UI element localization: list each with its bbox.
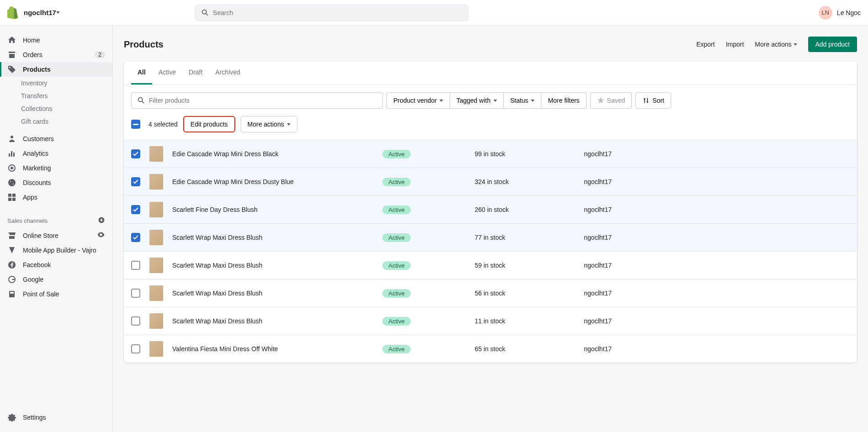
sidebar-item-home[interactable]: Home — [0, 33, 112, 47]
caret-down-icon — [439, 100, 443, 102]
eye-icon[interactable] — [97, 231, 105, 240]
table-row[interactable]: Edie Cascade Wrap Mini Dress BlackActive… — [124, 140, 857, 168]
products-icon — [7, 65, 16, 74]
row-checkbox[interactable] — [131, 233, 140, 242]
sidebar-item-label: Discounts — [23, 179, 51, 186]
edit-products-button[interactable]: Edit products — [183, 116, 235, 132]
svg-point-0 — [11, 136, 13, 138]
sidebar-item-discounts[interactable]: Discounts — [0, 175, 112, 190]
filter-status[interactable]: Status — [503, 92, 541, 109]
product-thumbnail — [149, 313, 163, 329]
facebook-icon — [7, 260, 16, 269]
table-row[interactable]: Scarlett Fine Day Dress BlushActive260 i… — [124, 195, 857, 223]
search-icon — [137, 96, 145, 105]
sidebar-sub-inventory[interactable]: Inventory — [0, 77, 112, 90]
tab-all[interactable]: All — [131, 61, 152, 84]
orders-badge: 2 — [95, 51, 105, 58]
sidebar-item-marketing[interactable]: Marketing — [0, 161, 112, 175]
row-checkbox[interactable] — [131, 289, 140, 298]
row-checkbox[interactable] — [131, 205, 140, 214]
store-selector[interactable]: ngoclht17 — [24, 9, 60, 16]
filter-products-input[interactable] — [149, 97, 377, 104]
table-row[interactable]: Edie Cascade Wrap Mini Dress Dusty BlueA… — [124, 168, 857, 195]
sidebar-item-settings[interactable]: Settings — [0, 410, 112, 425]
product-name[interactable]: Scarlett Fine Day Dress Blush — [172, 206, 373, 213]
sidebar-channel-vajro[interactable]: Mobile App Builder - Vajro — [0, 243, 112, 258]
store-icon — [7, 231, 16, 240]
sidebar-channel-google[interactable]: Google — [0, 272, 112, 287]
row-checkbox[interactable] — [131, 316, 140, 326]
sidebar-item-label: Home — [23, 37, 40, 44]
table-row[interactable]: Scarlett Wrap Maxi Dress BlushActive56 i… — [124, 279, 857, 307]
bulk-select-checkbox[interactable] — [131, 120, 140, 129]
svg-point-1 — [11, 167, 13, 169]
saved-button[interactable]: Saved — [590, 92, 632, 109]
product-name[interactable]: Edie Cascade Wrap Mini Dress Dusty Blue — [172, 178, 373, 185]
vendor-cell: ngoclht17 — [557, 317, 648, 325]
filter-vendor[interactable]: Product vendor — [386, 92, 450, 109]
tab-active[interactable]: Active — [152, 61, 182, 84]
tab-archived[interactable]: Archived — [209, 61, 246, 84]
filters-row: Product vendor Tagged with Status More f… — [124, 85, 857, 116]
row-checkbox[interactable] — [131, 261, 140, 270]
row-checkbox[interactable] — [131, 149, 140, 158]
row-checkbox[interactable] — [131, 177, 140, 186]
filter-tagged[interactable]: Tagged with — [450, 92, 503, 109]
table-row[interactable]: Valentina Fiesta Mini Dress Off WhiteAct… — [124, 335, 857, 363]
sidebar-item-label: Point of Sale — [23, 290, 59, 298]
product-thumbnail — [149, 341, 163, 357]
sidebar-item-customers[interactable]: Customers — [0, 132, 112, 146]
sidebar-item-analytics[interactable]: Analytics — [0, 146, 112, 161]
shopify-logo — [7, 6, 18, 19]
sidebar-sub-transfers[interactable]: Transfers — [0, 90, 112, 102]
caret-down-icon — [531, 100, 535, 102]
product-name[interactable]: Scarlett Wrap Maxi Dress Blush — [172, 234, 373, 241]
table-row[interactable]: Scarlett Wrap Maxi Dress BlushActive11 i… — [124, 307, 857, 335]
search-box[interactable] — [195, 5, 468, 21]
sidebar-item-apps[interactable]: Apps — [0, 190, 112, 205]
sidebar-channel-facebook[interactable]: Facebook — [0, 258, 112, 272]
status-badge: Active — [382, 205, 411, 214]
sidebar-channel-pos[interactable]: Point of Sale — [0, 287, 112, 301]
sidebar-item-label: Marketing — [23, 164, 51, 172]
user-menu[interactable]: LN Le Ngoc — [819, 6, 861, 20]
add-channel-icon[interactable] — [98, 216, 105, 225]
product-name[interactable]: Scarlett Wrap Maxi Dress Blush — [172, 317, 373, 325]
status-badge: Active — [382, 345, 411, 353]
tab-draft[interactable]: Draft — [182, 61, 209, 84]
product-name[interactable]: Scarlett Wrap Maxi Dress Blush — [172, 290, 373, 297]
sidebar-item-orders[interactable]: Orders 2 — [0, 47, 112, 62]
filter-more[interactable]: More filters — [541, 92, 586, 109]
product-thumbnail — [149, 230, 163, 245]
more-actions-button[interactable]: More actions — [755, 41, 797, 48]
sidebar-sub-giftcards[interactable]: Gift cards — [0, 115, 112, 128]
google-icon — [7, 275, 16, 284]
product-name[interactable]: Scarlett Wrap Maxi Dress Blush — [172, 262, 373, 269]
table-row[interactable]: Scarlett Wrap Maxi Dress BlushActive77 i… — [124, 223, 857, 251]
product-name[interactable]: Valentina Fiesta Mini Dress Off White — [172, 345, 373, 353]
sort-button[interactable]: Sort — [635, 92, 671, 109]
import-button[interactable]: Import — [726, 41, 744, 48]
home-icon — [7, 36, 16, 45]
export-button[interactable]: Export — [696, 41, 715, 48]
product-thumbnail — [149, 202, 163, 217]
search-input[interactable] — [213, 9, 462, 16]
svg-rect-6 — [8, 198, 11, 201]
inventory-cell: 56 in stock — [420, 290, 548, 297]
sidebar-item-products[interactable]: Products — [0, 62, 112, 77]
vendor-cell: ngoclht17 — [557, 178, 648, 185]
row-checkbox[interactable] — [131, 344, 140, 353]
inventory-cell: 260 in stock — [420, 206, 548, 213]
analytics-icon — [7, 149, 16, 158]
status-badge: Active — [382, 317, 411, 326]
add-product-button[interactable]: Add product — [808, 37, 857, 52]
product-name[interactable]: Edie Cascade Wrap Mini Dress Black — [172, 150, 373, 158]
svg-rect-5 — [12, 194, 16, 197]
sidebar-sub-collections[interactable]: Collections — [0, 102, 112, 115]
marketing-icon — [7, 163, 16, 173]
bulk-more-actions-button[interactable]: More actions — [241, 116, 297, 132]
sidebar-channel-online-store[interactable]: Online Store — [0, 228, 112, 243]
svg-rect-14 — [133, 124, 138, 125]
filter-input-wrap[interactable] — [131, 92, 383, 109]
table-row[interactable]: Scarlett Wrap Maxi Dress BlushActive59 i… — [124, 251, 857, 279]
